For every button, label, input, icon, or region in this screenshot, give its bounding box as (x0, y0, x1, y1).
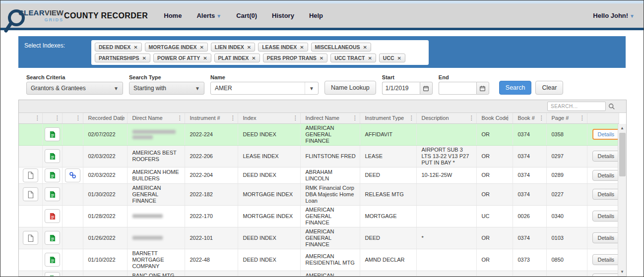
col-index[interactable]: Index⋮ (238, 113, 300, 123)
index-chip[interactable]: MISCELLANEOUS ✕ (311, 43, 371, 52)
details-button[interactable]: Details (592, 170, 619, 181)
column-menu-icon[interactable]: ⋮ (469, 114, 475, 121)
chevron-down-icon[interactable]: ▼ (305, 82, 318, 94)
table-row[interactable]: 01/10/2022 BANC ONE MTG CORP 2022-48 DEE… (19, 271, 619, 276)
details-button[interactable]: Details (592, 129, 619, 140)
col-instrument-no[interactable]: Instrument #⋮ (185, 113, 238, 123)
search-type-select[interactable]: Starting with▼ (129, 82, 204, 95)
nav-history[interactable]: History (272, 12, 294, 19)
details-button[interactable]: Details (592, 232, 619, 243)
cell-recorded-date: 01/28/2022 (83, 205, 127, 227)
start-date-input[interactable] (382, 82, 420, 95)
table-row[interactable]: 01/30/2022 AMERICAN GENERAL FINANCE 2022… (19, 183, 619, 205)
column-menu-icon[interactable]: ⋮ (55, 114, 61, 121)
vertical-scrollbar[interactable]: ▲ ▼ (618, 124, 626, 276)
details-button[interactable]: Details (592, 189, 619, 200)
index-chip[interactable]: PLAT INDEX ✕ (214, 54, 260, 62)
col-recorded-date[interactable]: Recorded Date⋮ (83, 113, 127, 123)
index-chip[interactable]: LIEN INDEX ✕ (211, 43, 255, 52)
col-instrument-type[interactable]: Instrument Type⋮ (360, 113, 416, 123)
scroll-down-icon[interactable]: ▼ (618, 268, 626, 276)
file-icon[interactable] (45, 187, 60, 201)
table-row[interactable]: 02/03/2022 AMERICAS BEST ROOFERS 2022-20… (19, 145, 619, 167)
details-button[interactable]: Details (592, 274, 619, 276)
col-indirect-name[interactable]: Indirect Name⋮ (300, 113, 360, 123)
details-button[interactable]: Details (592, 254, 619, 265)
calendar-icon[interactable] (420, 82, 433, 95)
col-description[interactable]: Description⋮ (416, 113, 476, 123)
table-row[interactable]: 01/10/2022 BARNETT MORTGAGE COMPANY 2022… (19, 249, 619, 271)
remove-chip-icon[interactable]: ✕ (300, 45, 304, 50)
table-row[interactable]: 02/07/2022 2022-224 DEED INDEX AMERICAN … (19, 124, 619, 146)
cell-index: DEED INDEX (238, 124, 300, 146)
remove-chip-icon[interactable]: ✕ (199, 45, 203, 50)
index-chip[interactable]: LEASE INDEX ✕ (258, 43, 308, 52)
column-menu-icon[interactable]: ⋮ (539, 114, 545, 121)
col-page-no[interactable]: Page #⋮ (546, 113, 587, 123)
file-icon[interactable] (45, 253, 60, 267)
details-button[interactable]: Details (592, 211, 619, 222)
file-icon[interactable] (45, 231, 60, 245)
index-chip[interactable]: MORTGAGE INDEX ✕ (145, 43, 208, 52)
link-icon[interactable] (65, 168, 80, 182)
col-direct-name[interactable]: Direct Name⋮ (127, 113, 185, 123)
document-icon[interactable] (23, 231, 38, 245)
column-menu-icon[interactable]: ⋮ (409, 114, 415, 121)
end-date-input[interactable] (439, 82, 476, 95)
scrollbar-thumb[interactable] (619, 133, 626, 176)
nav-help[interactable]: Help (309, 12, 323, 19)
table-row[interactable]: 01/26/2022 2022-101 DEED INDEX AMERICAN … (19, 227, 619, 249)
index-chip[interactable]: UCC ✕ (379, 54, 405, 62)
name-combobox[interactable]: AMER▼ (210, 82, 319, 95)
remove-chip-icon[interactable]: ✕ (320, 55, 323, 61)
file-icon[interactable] (45, 209, 60, 223)
scroll-up-icon[interactable]: ▲ (618, 124, 626, 132)
file-icon[interactable] (45, 168, 60, 182)
name-lookup-button[interactable]: Name Lookup (324, 81, 376, 95)
index-chip[interactable]: UCC TRACT ✕ (330, 54, 376, 62)
nav-cart[interactable]: Cart(0) (236, 12, 257, 19)
col-book-code[interactable]: Book Code⋮ (476, 113, 513, 123)
column-menu-icon[interactable]: ⋮ (505, 114, 511, 121)
clear-button[interactable]: Clear (535, 81, 563, 95)
search-button[interactable]: Search (499, 81, 532, 95)
index-chip[interactable]: DEED INDEX ✕ (95, 43, 142, 52)
column-menu-icon[interactable]: ⋮ (352, 114, 358, 121)
column-menu-icon[interactable]: ⋮ (230, 114, 236, 121)
grid-search-input[interactable] (547, 102, 606, 111)
remove-chip-icon[interactable]: ✕ (252, 55, 256, 61)
remove-chip-icon[interactable]: ✕ (368, 55, 372, 61)
file-icon[interactable] (45, 272, 60, 276)
remove-chip-icon[interactable]: ✕ (247, 45, 251, 50)
table-row[interactable]: 02/03/2022 AMERICAN HOME BUILDERS 2022-2… (19, 167, 619, 183)
nav-alerts[interactable]: Alerts▼ (196, 12, 221, 19)
details-button[interactable]: Details (592, 151, 619, 162)
column-menu-icon[interactable]: ⋮ (75, 114, 81, 121)
file-icon[interactable] (45, 149, 60, 163)
index-chip-box[interactable]: DEED INDEX ✕ MORTGAGE INDEX ✕ LIEN INDEX… (91, 40, 429, 65)
nav-home[interactable]: Home (164, 12, 182, 19)
search-icon[interactable] (608, 103, 615, 110)
cell-link (62, 271, 83, 276)
table-row[interactable]: 01/28/2022 2022-170 MORTGAGE INDEX AMERI… (19, 205, 619, 227)
remove-chip-icon[interactable]: ✕ (203, 55, 207, 61)
column-menu-icon[interactable]: ⋮ (580, 114, 585, 121)
remove-chip-icon[interactable]: ✕ (133, 45, 137, 50)
remove-chip-icon[interactable]: ✕ (397, 55, 401, 61)
document-icon[interactable] (23, 187, 38, 201)
column-menu-icon[interactable]: ⋮ (35, 114, 41, 121)
calendar-icon[interactable] (476, 82, 489, 95)
search-criteria-select[interactable]: Grantors & Grantees▼ (26, 82, 123, 95)
document-icon[interactable] (23, 168, 38, 182)
column-menu-icon[interactable]: ⋮ (177, 114, 183, 121)
column-menu-icon[interactable]: ⋮ (293, 114, 299, 121)
file-icon[interactable] (45, 127, 60, 141)
index-chip[interactable]: PERS PROP TRANS ✕ (263, 54, 328, 62)
index-chip[interactable]: PARTNERSHIPS ✕ (95, 54, 150, 62)
column-menu-icon[interactable]: ⋮ (120, 114, 126, 121)
remove-chip-icon[interactable]: ✕ (142, 55, 146, 61)
col-book-no[interactable]: Book #⋮ (513, 113, 546, 123)
user-menu[interactable]: Hello John!▼ (593, 12, 635, 19)
index-chip[interactable]: POWER OF ATTY ✕ (153, 54, 211, 62)
remove-chip-icon[interactable]: ✕ (363, 45, 367, 50)
